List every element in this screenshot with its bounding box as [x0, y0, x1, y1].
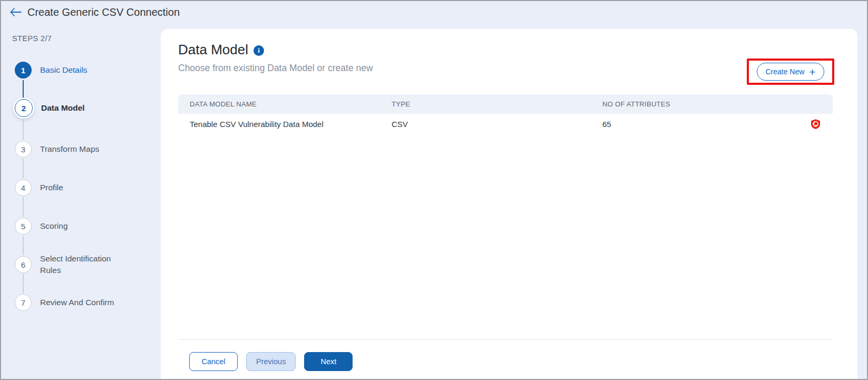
column-header-data-model-name: DATA MODEL NAME [178, 100, 392, 108]
footer-divider [178, 339, 833, 340]
step-item-review-and-confirm[interactable]: 7 Review And Confirm [15, 294, 152, 311]
steps-progress-label: STEPS 2/7 [12, 34, 52, 43]
previous-button[interactable]: Previous [246, 352, 296, 371]
step-number-badge: 2 [15, 99, 33, 117]
panel-title-text: Data Model [178, 42, 248, 57]
next-button[interactable]: Next [304, 352, 353, 371]
panel-subtitle: Choose from existing Data Model or creat… [178, 63, 373, 74]
main-panel: Data Modeli Choose from existing Data Mo… [161, 29, 857, 379]
step-connector [23, 274, 24, 293]
step-label: Scoring [40, 220, 68, 232]
top-bar: Create Generic CSV Connection [1, 1, 867, 28]
info-icon[interactable]: i [253, 45, 264, 56]
cell-type: CSV [392, 120, 602, 129]
step-connector [23, 236, 24, 255]
step-label: Data Model [41, 102, 85, 114]
page-title: Create Generic CSV Connection [27, 6, 180, 18]
create-new-highlight-box: Create New + [747, 59, 834, 85]
step-number-badge: 7 [15, 294, 32, 311]
step-number-badge: 5 [15, 218, 32, 235]
create-csv-connection-window: Create Generic CSV Connection STEPS 2/7 … [0, 0, 868, 380]
step-item-profile[interactable]: 4 Profile [15, 179, 152, 196]
step-number-badge: 4 [15, 179, 32, 196]
step-connector [23, 159, 24, 178]
table-header-row: DATA MODEL NAME TYPE NO OF ATTRIBUTES [178, 94, 833, 114]
step-connector [23, 80, 24, 98]
step-connector [23, 197, 24, 217]
step-label: Select Identification Rules [40, 253, 130, 276]
create-new-label: Create New [765, 67, 804, 76]
panel-title: Data Modeli [178, 42, 264, 58]
step-label: Basic Details [40, 64, 87, 76]
back-button[interactable] [9, 7, 24, 19]
step-label: Profile [40, 182, 63, 193]
step-item-data-model[interactable]: 2 Data Model [15, 99, 152, 117]
table-row[interactable]: Tenable CSV Vulnerability Data Model CSV… [178, 114, 833, 134]
step-item-select-identification-rules[interactable]: 6 Select Identification Rules [15, 253, 152, 276]
step-connector [23, 119, 24, 140]
step-item-basic-details[interactable]: 1 Basic Details [15, 62, 152, 79]
plus-icon: + [809, 66, 815, 77]
cancel-button[interactable]: Cancel [189, 352, 238, 371]
data-model-table: DATA MODEL NAME TYPE NO OF ATTRIBUTES Te… [178, 94, 833, 134]
tenable-logo-icon [811, 119, 820, 129]
footer-button-row: Cancel Previous Next [189, 352, 353, 371]
arrow-left-icon [9, 7, 22, 19]
create-new-button[interactable]: Create New + [757, 63, 824, 81]
column-header-no-of-attributes: NO OF ATTRIBUTES [602, 100, 833, 108]
step-number-badge: 6 [15, 256, 32, 273]
cell-data-model-name: Tenable CSV Vulnerability Data Model [178, 120, 392, 129]
step-number-badge: 1 [15, 62, 32, 79]
cell-no-of-attributes: 65 [602, 120, 611, 129]
step-item-transform-maps[interactable]: 3 Transform Maps [15, 141, 152, 158]
step-number-badge: 3 [15, 141, 32, 158]
column-header-type: TYPE [392, 100, 602, 108]
step-label: Review And Confirm [40, 297, 114, 308]
step-label: Transform Maps [40, 143, 99, 155]
step-item-scoring[interactable]: 5 Scoring [15, 218, 152, 235]
